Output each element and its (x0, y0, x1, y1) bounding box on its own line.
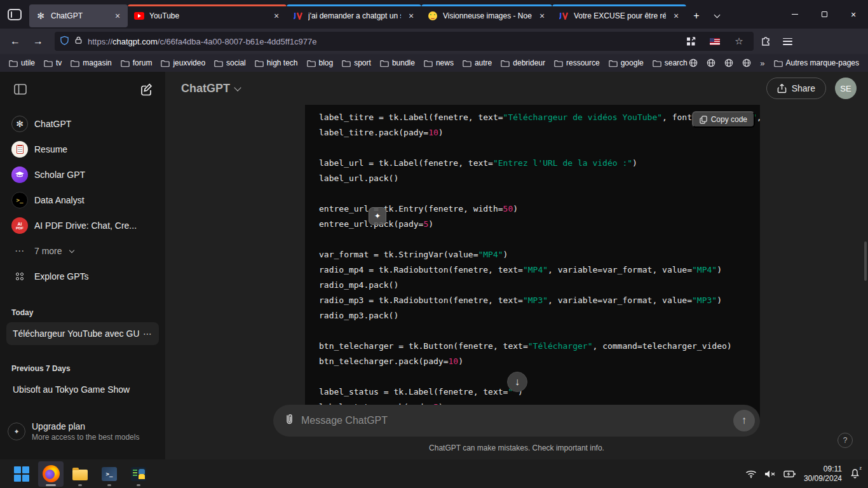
hamburger-bars (783, 38, 792, 45)
plus-icon: + (693, 10, 699, 22)
url-text[interactable]: https://chatgpt.com/c/66fa4dba-4a00-8007… (88, 37, 676, 46)
close-button[interactable]: × (839, 0, 868, 29)
bookmark-folder-item[interactable]: debrideur (497, 57, 549, 69)
lock-icon[interactable] (74, 36, 83, 47)
sidebar-item-chatgpt[interactable]: ✻ ChatGPT (6, 111, 159, 137)
attach-paperclip-icon[interactable] (283, 413, 295, 428)
bookmark-folder-item[interactable]: high tech (251, 57, 302, 69)
chat-history-item[interactable]: Ubisoft au Tokyo Game Show (6, 378, 159, 401)
sleep-z-badge: z (860, 466, 862, 470)
resume-gpt-icon (11, 141, 28, 158)
scroll-to-bottom-button[interactable]: ↓ (507, 372, 527, 392)
taskbar-firefox-button[interactable] (38, 461, 64, 487)
globe-bookmark-icon[interactable] (738, 57, 755, 69)
bookmark-folder-item[interactable]: autre (459, 57, 496, 69)
history-previous-section: Previous 7 Days Ubisoft au Tokyo Game Sh… (0, 364, 165, 401)
globe-bookmark-icon[interactable] (721, 57, 737, 69)
forward-button[interactable]: → (28, 32, 48, 51)
page-scrollbar-thumb[interactable] (864, 241, 867, 281)
sidebar-item-label: Data Analyst (34, 195, 85, 205)
tab-youtube[interactable]: YouTube × (128, 4, 287, 27)
sidebar-item-explore-gpts[interactable]: Explore GPTs (6, 264, 159, 289)
folder-icon (380, 59, 389, 67)
tracking-protection-shield-icon[interactable] (60, 36, 69, 48)
bookmark-folder-item[interactable]: sport (338, 57, 375, 69)
bookmark-folder-item[interactable]: tv (40, 57, 65, 69)
sidebar-item-more-gpts[interactable]: ⋯ 7 more (6, 238, 159, 264)
model-switcher[interactable]: ChatGPT (181, 82, 240, 95)
tab-close-icon[interactable]: × (671, 11, 681, 21)
taskbar-powershell-button[interactable]: >_ (97, 461, 122, 487)
bookmark-folder-item[interactable]: ressource (550, 57, 604, 69)
tab-jeuxvideo-2[interactable]: Votre EXCUSE pour être réveill × (552, 4, 686, 27)
list-all-tabs-button[interactable] (707, 6, 727, 26)
message-input[interactable] (301, 415, 727, 426)
other-bookmarks-folder[interactable]: Autres marque-pages (770, 57, 863, 69)
bookmark-folder-item[interactable]: news (420, 57, 458, 69)
new-chat-button[interactable] (139, 82, 154, 97)
sidebar-item-data-analyst[interactable]: >_ Data Analyst (6, 187, 159, 213)
code-line (319, 323, 760, 339)
translate-flag-icon[interactable] (705, 32, 724, 51)
url-bar[interactable]: https://chatgpt.com/c/66fa4dba-4a00-8007… (55, 32, 754, 51)
notification-bell-dnd-icon[interactable]: z (850, 468, 860, 479)
tab-close-icon[interactable]: × (406, 11, 416, 21)
tab-close-icon[interactable]: × (271, 11, 281, 21)
chat-title: Ubisoft au Tokyo Game Show (13, 384, 153, 395)
open-app-indicator (78, 484, 82, 486)
tab-close-icon[interactable]: × (537, 11, 547, 21)
start-button[interactable] (9, 461, 34, 487)
menu-hamburger-icon[interactable] (778, 32, 797, 51)
bookmark-label: utile (21, 58, 35, 67)
avatar[interactable]: SE (835, 78, 857, 99)
bookmark-folder-item[interactable]: bundle (376, 57, 419, 69)
globe-bookmark-icon[interactable] (685, 57, 702, 69)
tab-tiles-extension-icon[interactable] (681, 32, 700, 51)
bookmark-star-icon[interactable]: ☆ (729, 32, 749, 51)
upgrade-plan-button[interactable]: ✦ Upgrade plan More access to the best m… (8, 421, 158, 442)
sidebar-item-resume[interactable]: Resume (6, 137, 159, 162)
bookmark-folder-item[interactable]: google (605, 57, 648, 69)
folder-icon (463, 59, 471, 67)
taskbar-explorer-button[interactable] (67, 461, 93, 487)
help-button[interactable]: ? (837, 433, 853, 448)
bookmark-folder-item[interactable]: blog (303, 57, 337, 69)
explore-gpts-icon (11, 273, 28, 280)
taskbar-python-editor-button[interactable] (126, 461, 151, 487)
chat-options-icon[interactable]: ⋯ (143, 329, 153, 339)
extensions-puzzle-icon[interactable] (756, 32, 775, 51)
firefox-view-button[interactable] (0, 0, 29, 29)
bookmark-folder-item[interactable]: social (210, 57, 250, 69)
minimize-icon (792, 14, 798, 15)
tab-chatgpt[interactable]: ✻ ChatGPT × (29, 4, 128, 27)
battery-charging-icon[interactable] (783, 470, 796, 478)
sidebar-item-scholar-gpt[interactable]: Scholar GPT (6, 162, 159, 187)
sidebar-toggle-button[interactable] (13, 82, 28, 97)
bookmark-folder-item[interactable]: utile (5, 57, 39, 69)
bookmark-folder-item[interactable]: forum (117, 57, 156, 69)
volume-muted-icon[interactable] (764, 470, 776, 478)
tab-close-icon[interactable]: × (112, 11, 123, 21)
minimize-button[interactable] (780, 0, 810, 29)
tab-visionneuse[interactable]: Visionneuse images - Noelsha × (421, 4, 552, 27)
new-tab-button[interactable]: + (686, 6, 707, 26)
bookmark-folder-item[interactable]: magasin (67, 57, 115, 69)
bookmark-folder-item[interactable]: jeuxvideo (157, 57, 209, 69)
globe-bookmark-icon[interactable] (703, 57, 719, 69)
code-line (319, 140, 760, 156)
wifi-icon[interactable] (745, 470, 757, 478)
sidebar-item-ai-pdf-drive[interactable]: AI PDF AI PDF Drive: Chat, Cre... (6, 213, 159, 238)
chat-history-item-active[interactable]: Téléchargeur YouTube avec GUI ⋯ (6, 322, 159, 345)
send-button[interactable]: ↑ (733, 410, 755, 431)
copy-code-button[interactable]: Copy code (692, 111, 755, 128)
taskbar-clock[interactable]: 09:11 30/09/2024 (804, 464, 842, 484)
open-app-indicator (137, 484, 140, 486)
sidebar: ✻ ChatGPT Resume Scholar GPT >_ Data Ana… (0, 72, 165, 459)
tab-jeuxvideo-1[interactable]: j'ai demander a chatgpt un sc × (287, 4, 421, 27)
back-button[interactable]: ← (5, 32, 25, 51)
maximize-button[interactable] (810, 0, 839, 29)
message-composer[interactable]: ↑ (273, 405, 760, 437)
bookmarks-overflow-chevron[interactable]: » (756, 58, 768, 68)
share-button[interactable]: Share (766, 78, 826, 99)
ellipsis-icon: ⋯ (11, 245, 28, 257)
